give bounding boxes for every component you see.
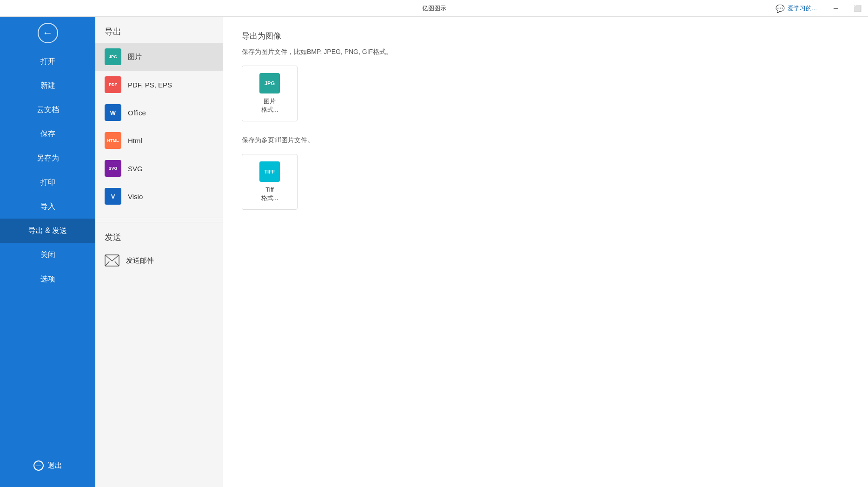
jpg-card[interactable]: JPG 图片格式... — [242, 66, 298, 121]
exit-icon — [33, 460, 44, 471]
sidebar-item-export[interactable]: 导出 & 发送 — [0, 219, 95, 243]
jpg-icon: JPG — [105, 48, 121, 65]
office-icon: W — [105, 104, 121, 121]
user-icon: 💬 — [775, 4, 785, 13]
minimize-button[interactable]: ─ — [825, 0, 847, 17]
export-item-office[interactable]: W Office — [95, 99, 223, 127]
sidebar-item-close[interactable]: 关闭 — [0, 243, 95, 267]
user-area[interactable]: 💬 爱学习的... — [771, 0, 822, 17]
sidebar-item-new[interactable]: 新建 — [0, 73, 95, 98]
app-title: 亿图图示 — [422, 4, 446, 13]
export-section-header: 导出 — [95, 17, 223, 43]
sidebar-item-import[interactable]: 导入 — [0, 194, 95, 219]
sidebar: ← 打开 新建 云文档 保存 另存为 打印 导入 导出 & 发送 关闭 选项 — [0, 17, 95, 487]
export-item-svg[interactable]: SVG SVG — [95, 154, 223, 182]
pdf-icon: PDF — [105, 76, 121, 93]
title-bar: 亿图图示 💬 爱学习的... ─ ⬜ — [0, 0, 868, 17]
maximize-button[interactable]: ⬜ — [847, 0, 868, 17]
tiff-badge-icon: TIFF — [259, 161, 280, 182]
image-cards: JPG 图片格式... — [242, 66, 849, 121]
app-body: ← 打开 新建 云文档 保存 另存为 打印 导入 导出 & 发送 关闭 选项 — [0, 17, 868, 487]
send-section-header: 发送 — [95, 222, 223, 248]
middle-panel: 导出 JPG 图片 PDF PDF, PS, EPS W Office HTML… — [95, 17, 223, 487]
sidebar-item-saveas[interactable]: 另存为 — [0, 146, 95, 170]
window-controls: ─ ⬜ — [825, 0, 868, 16]
section-divider — [95, 218, 223, 218]
svg-line-2 — [115, 261, 119, 266]
user-name: 爱学习的... — [788, 4, 817, 13]
tiff-cards: TIFF Tiff格式... — [242, 154, 849, 210]
email-icon — [105, 254, 119, 267]
export-item-html[interactable]: HTML Html — [95, 127, 223, 154]
back-button[interactable]: ← — [0, 17, 95, 49]
visio-icon: V — [105, 188, 121, 205]
tiff-card-label: Tiff格式... — [261, 186, 278, 202]
tiff-description: 保存为多页tiff图片文件。 — [242, 136, 849, 145]
sidebar-item-cloud[interactable]: 云文档 — [0, 98, 95, 122]
sidebar-item-save[interactable]: 保存 — [0, 122, 95, 146]
tiff-card[interactable]: TIFF Tiff格式... — [242, 154, 298, 210]
content-title: 导出为图像 — [242, 31, 849, 41]
export-item-image[interactable]: JPG 图片 — [95, 43, 223, 71]
svg-line-1 — [105, 261, 109, 266]
html-icon: HTML — [105, 132, 121, 149]
image-description: 保存为图片文件，比如BMP, JPEG, PNG, GIF格式。 — [242, 48, 849, 56]
export-item-visio[interactable]: V Visio — [95, 182, 223, 210]
jpg-badge-icon: JPG — [259, 73, 280, 93]
export-item-pdf[interactable]: PDF PDF, PS, EPS — [95, 71, 223, 99]
exit-button[interactable]: 退出 — [0, 454, 95, 478]
send-item-email[interactable]: 发送邮件 — [95, 248, 223, 273]
content-panel: 导出为图像 保存为图片文件，比如BMP, JPEG, PNG, GIF格式。 J… — [223, 17, 868, 487]
sidebar-item-open[interactable]: 打开 — [0, 49, 95, 73]
sidebar-item-options[interactable]: 选项 — [0, 267, 95, 291]
sidebar-item-print[interactable]: 打印 — [0, 170, 95, 194]
svg-icon: SVG — [105, 160, 121, 177]
jpg-card-label: 图片格式... — [261, 97, 278, 114]
back-circle-icon: ← — [38, 23, 58, 43]
